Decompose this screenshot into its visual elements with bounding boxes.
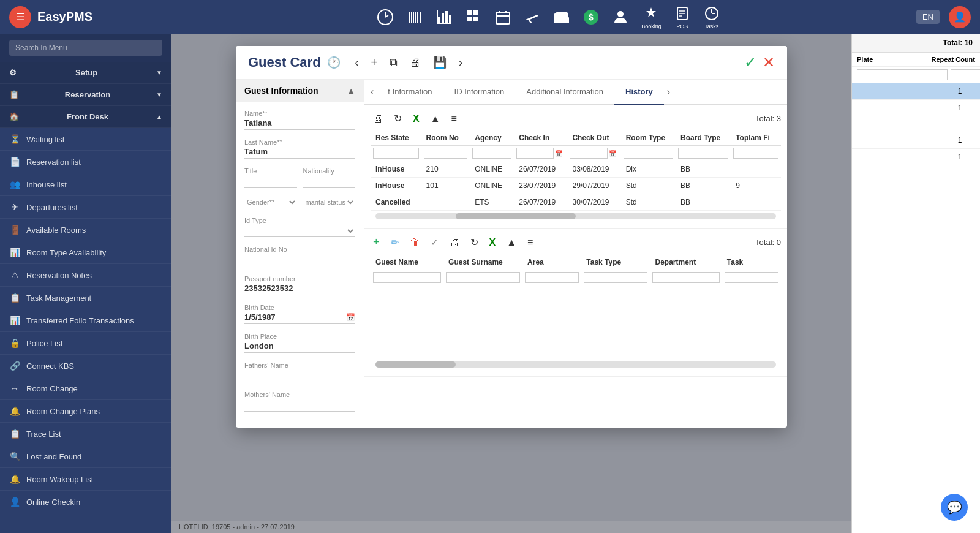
marital-select[interactable]: marital status (303, 197, 356, 208)
sidebar-item-reservation-list[interactable]: 📄 Reservation list (0, 151, 172, 173)
tab-contact-info[interactable]: t Information (377, 80, 443, 105)
save-button[interactable]: 💾 (431, 53, 449, 72)
task-sort-btn[interactable]: ▲ (504, 236, 519, 249)
task-check-btn[interactable]: ✓ (428, 235, 441, 249)
filter-task-type-input[interactable] (584, 272, 647, 283)
list-item[interactable] (852, 181, 980, 189)
filter-toplam-input[interactable] (733, 148, 778, 159)
checkin-calendar-icon[interactable]: 📅 (555, 150, 562, 157)
task-add-btn[interactable]: + (371, 235, 382, 250)
table-row[interactable]: Cancelled ETS 26/07/2019 30/07/2019 Std … (371, 194, 781, 211)
filter-department-input[interactable] (652, 272, 719, 283)
right-filter-plate[interactable] (857, 69, 948, 80)
list-item[interactable] (852, 124, 980, 132)
sidebar-item-connect-kbs[interactable]: 🔗 Connect KBS (0, 355, 172, 377)
print-button[interactable]: 🖨 (407, 54, 423, 72)
history-excel-btn[interactable]: X (410, 112, 422, 126)
next-button[interactable]: › (456, 54, 465, 72)
copy-button[interactable]: ⧉ (387, 54, 400, 72)
nav-arrivals[interactable] (524, 9, 541, 26)
sidebar-item-waiting-list[interactable]: ⏳ Waiting list (0, 128, 172, 151)
gender-select[interactable]: Gender** (244, 197, 297, 208)
sidebar-item-departures[interactable]: ✈ Departures list (0, 196, 172, 219)
nav-chart[interactable] (435, 9, 453, 26)
task-edit-btn[interactable]: ✏ (388, 235, 401, 249)
filter-guest-surname-input[interactable] (446, 272, 520, 283)
sidebar-item-room-change-plans[interactable]: 🔔 Room Change Plans (0, 400, 172, 423)
sidebar-item-available-rooms[interactable]: 🚪 Available Rooms (0, 219, 172, 241)
sidebar-item-frontdesk[interactable]: 🏠 Front Desk ▲ (0, 106, 172, 128)
nav-barcode[interactable] (406, 9, 423, 26)
task-delete-btn[interactable]: 🗑 (407, 236, 422, 249)
sidebar-item-wakeup[interactable]: 🔔 Room Wakeup List (0, 468, 172, 491)
tab-history[interactable]: History (614, 80, 664, 105)
nav-guests[interactable] (612, 9, 629, 26)
nav-booking[interactable]: Booking (641, 5, 662, 29)
prev-button[interactable]: ‹ (353, 54, 361, 72)
sidebar-item-online-checkin[interactable]: 👤 Online Checkin (0, 491, 172, 513)
task-excel-btn[interactable]: X (487, 236, 499, 249)
filter-check-in-input[interactable] (516, 148, 554, 159)
list-item[interactable] (852, 189, 980, 197)
filter-task-input[interactable] (725, 272, 778, 283)
history-sort-btn[interactable]: ▲ (428, 112, 443, 126)
filter-room-type-input[interactable] (624, 148, 673, 159)
close-button[interactable]: ✕ (763, 54, 775, 71)
sidebar-item-inhouse-list[interactable]: 👥 Inhouse list (0, 173, 172, 196)
filter-agency-input[interactable] (472, 148, 511, 159)
list-item[interactable]: 1 (852, 132, 980, 149)
nav-grid[interactable] (465, 9, 482, 26)
list-item[interactable]: 1 (852, 83, 980, 100)
list-item[interactable] (852, 165, 980, 173)
tab-additional-info[interactable]: Additional Information (515, 80, 614, 105)
filter-check-out-input[interactable] (570, 148, 607, 159)
task-print-btn[interactable]: 🖨 (447, 236, 462, 249)
task-scrollbar[interactable] (375, 361, 776, 368)
nav-calendar[interactable] (494, 9, 511, 26)
history-scrollbar[interactable] (375, 213, 776, 219)
task-menu-btn[interactable]: ≡ (525, 236, 535, 249)
language-selector[interactable]: EN (916, 10, 940, 24)
sidebar-item-setup[interactable]: ⚙ Setup ▼ (0, 62, 172, 84)
filter-board-type-input[interactable] (678, 148, 728, 159)
filter-guest-name-input[interactable] (373, 272, 441, 283)
list-item[interactable]: 1 (852, 100, 980, 116)
add-button[interactable]: + (369, 54, 380, 72)
task-refresh-btn[interactable]: ↻ (468, 235, 481, 249)
nav-tasks[interactable]: Tasks (703, 5, 720, 29)
table-row[interactable]: InHouse 210 ONLINE 26/07/2019 03/08/2019… (371, 161, 781, 178)
tab-id-info[interactable]: ID Information (443, 80, 516, 105)
sidebar-item-task-management[interactable]: 📋 Task Management (0, 287, 172, 309)
checkout-calendar-icon[interactable]: 📅 (609, 150, 616, 157)
collapse-icon[interactable]: ▲ (347, 86, 355, 96)
sidebar-item-lost-found[interactable]: 🔍 Lost and Found (0, 445, 172, 468)
filter-room-no-input[interactable] (424, 148, 468, 159)
nav-housekeeping[interactable] (553, 9, 570, 26)
id-type-select[interactable] (244, 225, 355, 237)
sidebar-item-trace-list[interactable]: 📋 Trace List (0, 423, 172, 445)
filter-res-state-input[interactable] (373, 148, 419, 159)
confirm-button[interactable]: ✓ (744, 54, 756, 71)
table-row[interactable]: InHouse 101 ONLINE 23/07/2019 29/07/2019… (371, 178, 781, 194)
calendar-icon[interactable]: 📅 (346, 313, 355, 322)
nav-pos[interactable]: POS (674, 5, 691, 29)
list-item[interactable]: 1 (852, 149, 980, 165)
history-menu-btn[interactable]: ≡ (449, 112, 459, 126)
list-item[interactable] (852, 173, 980, 181)
search-input[interactable] (9, 40, 162, 56)
sidebar-item-room-type-avail[interactable]: 📊 Room Type Availability (0, 241, 172, 264)
right-filter-count[interactable] (951, 69, 980, 80)
nav-accounting[interactable]: $ (582, 9, 600, 26)
history-print-btn[interactable]: 🖨 (371, 112, 385, 126)
history-icon[interactable]: 🕐 (327, 56, 341, 69)
user-avatar[interactable]: 👤 (949, 6, 971, 28)
sidebar-item-room-change[interactable]: ↔ Room Change (0, 377, 172, 400)
chat-bubble[interactable]: 💬 (941, 494, 968, 521)
tab-next-button[interactable]: › (664, 83, 673, 100)
sidebar-item-reservation[interactable]: 📋 Reservation ▼ (0, 84, 172, 106)
history-refresh-btn[interactable]: ↻ (391, 112, 404, 126)
sidebar-item-res-notes[interactable]: ⚠ Reservation Notes (0, 264, 172, 287)
list-item[interactable] (852, 116, 980, 124)
tab-prev-button[interactable]: ‹ (368, 83, 377, 100)
sidebar-item-transferred-folio[interactable]: 📊 Transferred Folio Transactions (0, 309, 172, 332)
